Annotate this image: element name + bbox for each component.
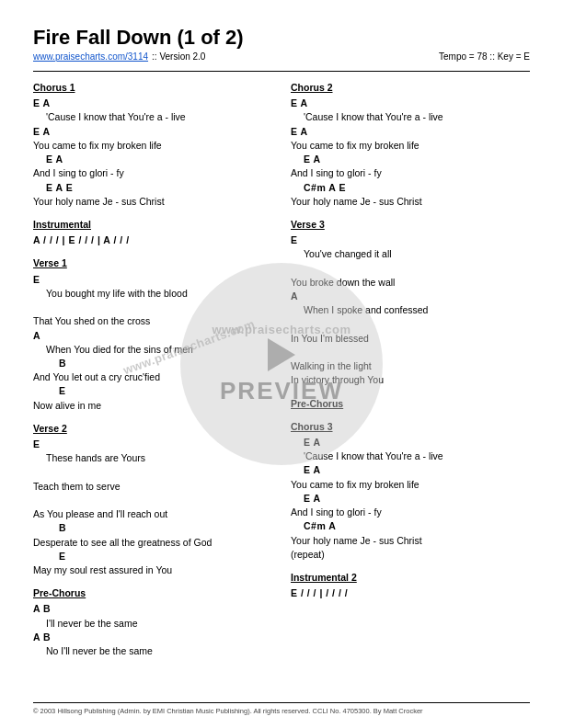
section-verse3: Verse 3 E You've changed it all You brok… <box>291 218 530 388</box>
lyric: You came to fix my broken life <box>33 139 272 153</box>
lyric: Walking in the light <box>291 359 530 373</box>
section-verse2: Verse 2 E These hands are Yours Teach th… <box>33 422 272 577</box>
lyric: And I sing to glori - fy <box>291 506 530 519</box>
section-instrumental2: Instrumental 2 E / / / | / / / / <box>291 571 530 600</box>
chord: A / / / | E / / / | A / / / <box>33 233 272 247</box>
chord: A <box>33 329 272 343</box>
lyric: Teach them to serve <box>33 480 272 494</box>
lyric: In You I'm blessed <box>291 332 530 346</box>
lyric: Desperate to see all the greatness of Go… <box>33 536 272 550</box>
chord: E <box>33 438 272 451</box>
verse1-title: Verse 1 <box>33 256 272 270</box>
chord: E A <box>291 97 530 110</box>
section-chorus1: Chorus 1 E A 'Cause I know that You're a… <box>33 81 272 209</box>
footer-text: © 2003 Hillsong Publishing (Admin. by EM… <box>33 707 423 715</box>
header-divider <box>33 71 530 72</box>
right-column: Chorus 2 E A 'Cause I know that You're a… <box>291 81 530 667</box>
footer: © 2003 Hillsong Publishing (Admin. by EM… <box>33 702 530 715</box>
lyric: In victory through You <box>291 373 530 387</box>
chord: E A <box>33 97 272 110</box>
section-verse1: Verse 1 E You bought my life with the bl… <box>33 256 272 412</box>
pre-chorus-right-title: Pre-Chorus <box>291 397 530 411</box>
chord: E A <box>33 125 272 139</box>
chord: C#m A <box>291 519 530 533</box>
lyric: These hands are Yours <box>33 451 272 465</box>
lyric: I'll never be the same <box>33 617 272 631</box>
section-pre-chorus-left: Pre-Chorus A B I'll never be the same A … <box>33 586 272 658</box>
lyric: Now alive in me <box>33 399 272 413</box>
verse2-title: Verse 2 <box>33 422 272 436</box>
chord: E <box>33 384 272 398</box>
lyric: And I sing to glori - fy <box>291 166 530 180</box>
chord: B <box>33 357 272 370</box>
chorus1-title: Chorus 1 <box>33 81 272 95</box>
lyric: When You died for the sins of men <box>33 343 272 357</box>
section-chorus3: Chorus 3 E A 'Cause I know that You're a… <box>291 420 530 562</box>
lyric: (repeat) <box>291 548 530 562</box>
page-title: Fire Fall Down (1 of 2) <box>33 26 530 50</box>
chord: E <box>33 550 272 563</box>
chord: E A <box>291 125 530 139</box>
lyric <box>291 318 530 332</box>
lyric <box>33 465 272 479</box>
left-column: Chorus 1 E A 'Cause I know that You're a… <box>33 81 272 667</box>
header-row: www.praisecharts.com/3114 :: Version 2.0… <box>33 51 530 62</box>
lyric: 'Cause I know that You're a - live <box>291 449 530 463</box>
lyric: 'Cause I know that You're a - live <box>33 110 272 124</box>
chord: B <box>33 521 272 535</box>
page: Fire Fall Down (1 of 2) www.praisecharts… <box>0 0 563 728</box>
chord: C#m A E <box>291 181 530 195</box>
lyric: That You shed on the cross <box>33 314 272 328</box>
lyric <box>33 494 272 507</box>
lyric: Your holy name Je - sus Christ <box>291 195 530 209</box>
chord: E <box>291 233 530 247</box>
lyric: Your holy name Je - sus Christ <box>291 534 530 548</box>
chorus3-title: Chorus 3 <box>291 420 530 434</box>
instrumental-title: Instrumental <box>33 218 272 232</box>
chord: E A <box>33 153 272 166</box>
chord: E <box>33 273 272 287</box>
section-pre-chorus-right: Pre-Chorus <box>291 397 530 411</box>
header-left: www.praisecharts.com/3114 :: Version 2.0 <box>33 51 205 62</box>
lyric: When I spoke and confessed <box>291 303 530 317</box>
lyric: You bought my life with the blood <box>33 287 272 301</box>
content-area: Chorus 1 E A 'Cause I know that You're a… <box>33 81 530 667</box>
tempo-key: Tempo = 78 :: Key = E <box>439 51 530 62</box>
lyric: Your holy name Je - sus Christ <box>33 195 272 209</box>
lyric: No I'll never be the same <box>33 644 272 658</box>
section-chorus2: Chorus 2 E A 'Cause I know that You're a… <box>291 81 530 209</box>
lyric <box>33 301 272 314</box>
lyric <box>291 262 530 276</box>
chord: E A E <box>33 181 272 195</box>
chord: A <box>291 290 530 303</box>
lyric: You came to fix my broken life <box>291 139 530 153</box>
pre-chorus-left-title: Pre-Chorus <box>33 586 272 600</box>
lyric: May my soul rest assured in You <box>33 563 272 577</box>
chord: A B <box>33 602 272 616</box>
verse3-title: Verse 3 <box>291 218 530 232</box>
version-text: :: Version 2.0 <box>152 51 205 62</box>
lyric: And You let out a cry cruc'fied <box>33 370 272 384</box>
header: Fire Fall Down (1 of 2) www.praisecharts… <box>33 26 530 62</box>
chord: E A <box>291 492 530 506</box>
lyric: You came to fix my broken life <box>291 478 530 492</box>
chord: E A <box>291 436 530 449</box>
section-instrumental: Instrumental A / / / | E / / / | A / / / <box>33 218 272 247</box>
chord: E / / / | / / / / <box>291 586 530 600</box>
lyric: You broke down the wall <box>291 276 530 290</box>
lyric: 'Cause I know that You're a - live <box>291 110 530 124</box>
chord: A B <box>33 631 272 644</box>
lyric <box>291 346 530 359</box>
chord: E A <box>291 463 530 477</box>
lyric: You've changed it all <box>291 247 530 261</box>
lyric: As You please and I'll reach out <box>33 507 272 521</box>
instrumental2-title: Instrumental 2 <box>291 571 530 585</box>
chord: E A <box>291 153 530 166</box>
lyric: And I sing to glori - fy <box>33 166 272 180</box>
site-link[interactable]: www.praisecharts.com/3114 <box>33 51 148 62</box>
chorus2-title: Chorus 2 <box>291 81 530 95</box>
